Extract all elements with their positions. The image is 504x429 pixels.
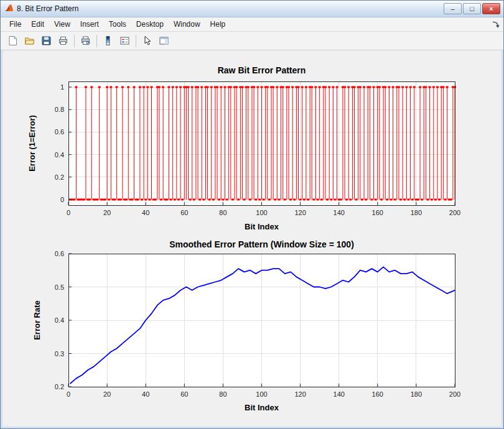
menu-item-edit[interactable]: Edit	[26, 19, 49, 30]
menu-item-view[interactable]: View	[49, 19, 75, 30]
plot-browser-icon[interactable]	[156, 33, 172, 48]
svg-text:0.6: 0.6	[55, 250, 64, 257]
svg-text:40: 40	[142, 209, 149, 216]
toolbar-separator	[74, 35, 75, 47]
svg-text:0.6: 0.6	[55, 128, 64, 136]
svg-text:1: 1	[60, 83, 64, 91]
svg-text:120: 120	[294, 390, 306, 398]
svg-text:160: 160	[372, 209, 383, 216]
dock-figure-icon[interactable]	[492, 20, 500, 31]
svg-text:20: 20	[103, 209, 111, 216]
figure-canvas: 02040608010012014016018020000.20.40.60.8…	[2, 50, 502, 427]
svg-text:Error Rate: Error Rate	[32, 300, 42, 340]
svg-text:80: 80	[219, 209, 226, 216]
svg-text:0.2: 0.2	[55, 173, 64, 181]
svg-text:0.4: 0.4	[55, 151, 64, 159]
toolbar-separator	[96, 35, 97, 47]
window-title: 8. Bit Error Pattern	[17, 4, 78, 13]
smoothed-error-chart: 0204060801001201401601802000.20.30.40.50…	[2, 239, 502, 423]
svg-text:0.2: 0.2	[55, 383, 64, 390]
svg-text:60: 60	[180, 209, 188, 216]
svg-text:0: 0	[67, 390, 70, 398]
new-document-icon[interactable]	[5, 33, 21, 48]
maximize-button[interactable]: □	[463, 3, 481, 14]
svg-text:0.8: 0.8	[55, 106, 64, 113]
minimize-button[interactable]: –	[444, 3, 462, 14]
svg-text:40: 40	[142, 390, 149, 398]
insert-legend-icon[interactable]	[117, 33, 133, 48]
svg-text:180: 180	[411, 209, 422, 216]
menu-item-tools[interactable]: Tools	[104, 19, 131, 30]
menu-bar: File Edit View Insert Tools Desktop Wind…	[1, 17, 503, 32]
raw-bit-error-chart: 02040608010012014016018020000.20.40.60.8…	[2, 59, 502, 239]
svg-text:0.5: 0.5	[55, 284, 64, 291]
svg-text:60: 60	[180, 390, 188, 398]
svg-text:0: 0	[60, 196, 64, 203]
svg-text:200: 200	[449, 390, 460, 398]
close-button[interactable]: ×	[482, 3, 500, 14]
figure-window: 8. Bit Error Pattern – □ × File Edit Vie…	[0, 0, 504, 429]
svg-text:200: 200	[449, 209, 460, 216]
svg-text:0: 0	[67, 209, 70, 216]
toolbar-separator	[136, 35, 136, 47]
menu-item-window[interactable]: Window	[169, 19, 205, 30]
svg-text:100: 100	[256, 390, 267, 398]
svg-text:80: 80	[219, 390, 226, 398]
menu-item-file[interactable]: File	[4, 19, 26, 30]
svg-text:Raw Bit Error Pattern: Raw Bit Error Pattern	[218, 65, 306, 75]
menu-item-help[interactable]: Help	[205, 19, 231, 30]
svg-text:Smoothed Error Pattern (Window: Smoothed Error Pattern (Window Size = 10…	[169, 239, 354, 249]
title-bar[interactable]: 8. Bit Error Pattern – □ ×	[1, 1, 503, 17]
svg-text:140: 140	[334, 209, 345, 216]
svg-text:120: 120	[294, 209, 306, 216]
matlab-logo-icon	[4, 3, 14, 14]
print-preview-icon[interactable]	[78, 33, 93, 48]
svg-text:140: 140	[334, 390, 345, 398]
figure-toolbar	[1, 32, 503, 50]
svg-text:0.4: 0.4	[55, 316, 64, 324]
svg-text:20: 20	[103, 390, 111, 398]
menu-item-desktop[interactable]: Desktop	[131, 19, 169, 30]
svg-text:Bit Index: Bit Index	[245, 222, 279, 231]
svg-text:Error (1=Error): Error (1=Error)	[27, 115, 37, 172]
open-file-icon[interactable]	[22, 33, 37, 48]
menu-item-insert[interactable]: Insert	[75, 19, 104, 30]
print-icon[interactable]	[55, 33, 71, 48]
svg-text:0.3: 0.3	[55, 350, 64, 358]
svg-text:100: 100	[256, 209, 267, 216]
save-icon[interactable]	[39, 33, 54, 48]
edit-plot-arrow-icon[interactable]	[139, 33, 155, 48]
svg-text:180: 180	[411, 390, 422, 398]
insert-colorbar-icon[interactable]	[100, 33, 116, 48]
svg-text:Bit Index: Bit Index	[245, 403, 279, 412]
svg-text:160: 160	[372, 390, 383, 398]
